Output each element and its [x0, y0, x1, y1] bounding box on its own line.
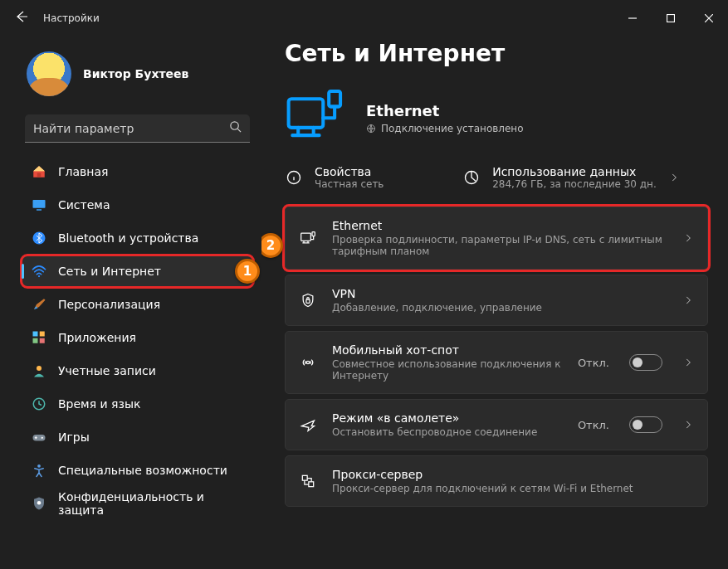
- svg-rect-2: [37, 173, 42, 178]
- hero-title: Ethernet: [366, 102, 524, 119]
- card-sub: Добавление, подключение, управление: [332, 302, 667, 314]
- apps-icon: [32, 330, 46, 345]
- ethernet-icon: [299, 230, 317, 246]
- sidebar: Виктор Бухтеев Главная Система Bluetooth…: [0, 36, 261, 569]
- sidebar-item-label: Персонализация: [58, 298, 160, 311]
- gamepad-icon: [32, 430, 46, 445]
- usage-icon: [462, 168, 481, 187]
- airplane-icon: [299, 416, 317, 433]
- svg-rect-7: [33, 332, 38, 337]
- sidebar-item-system[interactable]: Система: [22, 189, 253, 221]
- sidebar-item-label: Приложения: [58, 331, 136, 344]
- bluetooth-icon: [32, 231, 46, 246]
- chevron-right-icon: [682, 232, 694, 244]
- svg-rect-8: [40, 332, 45, 337]
- svg-rect-18: [329, 91, 340, 107]
- card-title: Прокси-сервер: [332, 468, 694, 481]
- sidebar-item-gaming[interactable]: Игры: [22, 421, 253, 453]
- svg-rect-23: [312, 232, 315, 236]
- card-sub: Совместное использование подключения к И…: [332, 358, 563, 382]
- properties-link[interactable]: Свойства Частная сеть: [285, 165, 462, 190]
- sidebar-item-label: Конфиденциальность и защита: [58, 490, 243, 517]
- sidebar-item-accounts[interactable]: Учетные записи: [22, 355, 253, 387]
- nav: Главная Система Bluetooth и устройства С…: [22, 156, 253, 519]
- sidebar-item-label: Специальные возможности: [58, 464, 227, 477]
- sidebar-item-label: Время и язык: [58, 397, 140, 411]
- profile[interactable]: Виктор Бухтеев: [22, 51, 253, 96]
- sidebar-item-accessibility[interactable]: Специальные возможности: [22, 455, 253, 486]
- data-usage-link[interactable]: Использование данных 284,76 ГБ, за после…: [462, 165, 708, 190]
- svg-rect-0: [667, 15, 675, 22]
- brush-icon: [32, 297, 46, 312]
- sidebar-item-personalization[interactable]: Персонализация: [22, 289, 253, 320]
- minimize-button[interactable]: [613, 5, 652, 32]
- hotspot-toggle[interactable]: [629, 354, 662, 371]
- sidebar-item-privacy[interactable]: Конфиденциальность и защита: [22, 488, 253, 519]
- card-hotspot[interactable]: Мобильный хот-спот Совместное использова…: [285, 331, 708, 394]
- card-airplane[interactable]: Режим «в самолете» Остановить беспроводн…: [285, 399, 708, 450]
- svg-rect-4: [37, 209, 42, 211]
- svg-point-25: [306, 361, 309, 363]
- sidebar-item-network[interactable]: Сеть и Интернет 1: [22, 255, 253, 287]
- search-box[interactable]: [25, 114, 250, 143]
- chevron-right-icon: [682, 357, 694, 368]
- close-button[interactable]: [690, 5, 728, 32]
- info-sub: Частная сеть: [315, 178, 384, 190]
- info-icon: [285, 168, 303, 187]
- svg-point-15: [37, 464, 41, 468]
- system-icon: [32, 197, 46, 212]
- sidebar-item-label: Bluetooth и устройства: [58, 231, 198, 245]
- card-vpn[interactable]: VPN Добавление, подключение, управление: [285, 275, 708, 326]
- page-title: Сеть и Интернет: [285, 40, 708, 67]
- card-title: Режим «в самолете»: [332, 411, 563, 425]
- card-sub: Проверка подлинности, параметры IP-и DNS…: [332, 234, 667, 257]
- svg-point-1: [231, 122, 238, 129]
- chevron-right-icon: [682, 419, 694, 430]
- card-title: Ethernet: [332, 219, 667, 232]
- card-title: Мобильный хот-спот: [332, 343, 563, 357]
- wifi-icon: [32, 264, 46, 279]
- toggle-state: Откл.: [578, 357, 609, 369]
- svg-point-6: [38, 275, 40, 277]
- ethernet-hero-icon: [285, 85, 346, 150]
- search-input[interactable]: [33, 122, 229, 135]
- sidebar-item-label: Игры: [58, 430, 90, 444]
- globe-icon: [366, 124, 376, 134]
- airplane-toggle[interactable]: [629, 416, 662, 433]
- sidebar-item-bluetooth[interactable]: Bluetooth и устройства: [22, 222, 253, 254]
- svg-rect-27: [309, 482, 314, 487]
- callout-badge-1: 1: [235, 259, 260, 284]
- clock-icon: [32, 396, 46, 411]
- svg-rect-24: [306, 299, 310, 303]
- sidebar-item-label: Сеть и Интернет: [58, 265, 161, 278]
- profile-name: Виктор Бухтеев: [83, 67, 188, 80]
- card-proxy[interactable]: Прокси-сервер Прокси-сервер для подключе…: [285, 455, 708, 507]
- hotspot-icon: [299, 354, 317, 371]
- card-title: VPN: [332, 287, 667, 300]
- chevron-right-icon: [668, 172, 680, 183]
- svg-rect-22: [301, 233, 311, 241]
- sidebar-item-label: Система: [58, 198, 110, 212]
- toggle-state: Откл.: [578, 419, 609, 431]
- svg-rect-26: [302, 475, 307, 480]
- svg-point-14: [42, 437, 43, 439]
- sidebar-item-home[interactable]: Главная: [22, 156, 253, 187]
- back-icon[interactable]: [15, 10, 28, 27]
- svg-rect-10: [40, 338, 45, 343]
- callout-badge-2: 2: [261, 233, 283, 258]
- proxy-icon: [299, 473, 317, 489]
- avatar: [27, 51, 71, 96]
- home-icon: [32, 164, 46, 179]
- vpn-icon: [299, 292, 317, 309]
- svg-rect-9: [33, 338, 38, 343]
- chevron-right-icon: [682, 294, 694, 306]
- sidebar-item-label: Учетные записи: [58, 364, 156, 377]
- svg-rect-17: [289, 99, 324, 128]
- titlebar: Настройки: [0, 0, 728, 36]
- sidebar-item-apps[interactable]: Приложения: [22, 322, 253, 353]
- sidebar-item-time[interactable]: Время и язык: [22, 388, 253, 420]
- maximize-button[interactable]: [652, 5, 690, 32]
- window-controls: [613, 5, 728, 32]
- card-ethernet[interactable]: Ethernet Проверка подлинности, параметры…: [285, 207, 708, 270]
- svg-point-11: [37, 366, 42, 371]
